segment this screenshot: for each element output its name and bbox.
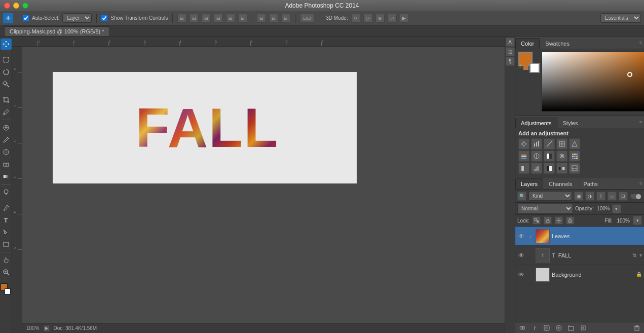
color-gradient[interactable] — [542, 52, 644, 112]
brush-tool[interactable] — [1, 134, 12, 145]
3d-slide-icon[interactable]: ⇄ — [388, 14, 397, 23]
brightness-adj-icon[interactable] — [518, 138, 529, 150]
3d-rotate-icon[interactable]: ⟳ — [351, 14, 360, 23]
pen-tool[interactable] — [1, 202, 12, 213]
vibrance-adj-icon[interactable] — [569, 138, 580, 150]
layers-search-icon[interactable]: 🔍 — [517, 192, 526, 201]
magic-wand-tool[interactable] — [1, 79, 12, 90]
threshold-adj-icon[interactable] — [544, 163, 555, 174]
curves-adj-icon[interactable] — [544, 138, 555, 150]
adjustments-tab[interactable]: Adjustments — [515, 118, 557, 128]
hsl-adj-icon[interactable] — [518, 151, 529, 162]
layers-tab[interactable]: Layers — [515, 178, 543, 189]
opacity-dropdown-btn[interactable]: ▾ — [612, 204, 621, 213]
color-panel-expand[interactable]: ≡ — [639, 40, 642, 45]
shape-tool[interactable] — [1, 239, 12, 250]
color-gradient-area[interactable] — [542, 52, 644, 113]
color-tab[interactable]: Color — [515, 38, 540, 49]
layer-visibility-fall[interactable]: 👁 — [517, 251, 525, 260]
auto-select-checkbox[interactable] — [23, 15, 29, 21]
layers-filter-shape-icon[interactable]: ▭ — [608, 192, 617, 201]
eraser-tool[interactable] — [1, 159, 12, 170]
transform-checkbox[interactable] — [101, 15, 107, 21]
layers-filter-adj-icon[interactable]: ◑ — [585, 192, 594, 201]
dodge-tool[interactable] — [1, 187, 12, 198]
link-layers-btn[interactable] — [518, 324, 526, 332]
window-controls[interactable] — [4, 3, 28, 9]
colorbalance-adj-icon[interactable] — [531, 151, 542, 162]
selective-adj-icon[interactable] — [569, 163, 580, 174]
layers-filter-pixel-icon[interactable]: ▣ — [574, 192, 583, 201]
layer-row-leaves[interactable]: 👁 ↓ Leaves — [515, 227, 644, 246]
layer-row-background[interactable]: 👁 Background 🔒 — [515, 265, 644, 284]
photofilter-adj-icon[interactable] — [556, 151, 567, 162]
delete-layer-btn[interactable] — [633, 324, 641, 332]
layers-panel-expand[interactable]: ≡ — [639, 181, 642, 186]
status-arrow-btn[interactable]: ▶ — [44, 325, 50, 331]
workspace-select[interactable]: Essentials — [600, 13, 641, 23]
channels-tab[interactable]: Channels — [543, 178, 578, 189]
layer-fx-expand[interactable]: ▾ — [639, 252, 642, 258]
bw-adj-icon[interactable] — [544, 151, 555, 162]
close-button[interactable] — [4, 3, 10, 9]
layer-visibility-background[interactable]: 👁 — [517, 271, 525, 279]
crop-tool[interactable] — [1, 94, 12, 105]
zoom-tool[interactable] — [1, 267, 12, 278]
lasso-tool[interactable] — [1, 66, 12, 78]
move-tool[interactable] — [1, 39, 12, 50]
align-bottom-icon[interactable]: ⊟ — [202, 14, 211, 23]
align-right-icon[interactable]: ⊟ — [238, 14, 247, 23]
3d-roll-icon[interactable]: ◎ — [363, 14, 372, 23]
hand-tool[interactable] — [1, 254, 12, 266]
exposure-adj-icon[interactable] — [556, 138, 567, 150]
bg-swatch[interactable] — [529, 63, 540, 73]
create-group-btn[interactable] — [567, 324, 575, 332]
align-left-icon[interactable]: ⊟ — [214, 14, 223, 23]
color-swatches[interactable] — [1, 283, 12, 294]
posterize-adj-icon[interactable] — [531, 163, 542, 174]
lock-image-btn[interactable] — [544, 216, 552, 225]
minimize-button[interactable] — [13, 3, 19, 9]
fill-dropdown-btn[interactable]: ▾ — [633, 216, 642, 225]
3d-pan-icon[interactable]: ⊕ — [375, 14, 385, 23]
distribute-icon2[interactable]: ⊟ — [269, 14, 278, 23]
layer-row-fall[interactable]: 👁 T T FALL fx ▾ — [515, 246, 644, 265]
layers-kind-select[interactable]: Kind — [528, 191, 572, 201]
levels-adj-icon[interactable] — [531, 138, 542, 150]
channelmixer-adj-icon[interactable] — [569, 151, 580, 162]
create-layer-btn[interactable] — [579, 324, 587, 332]
marquee-tool[interactable] — [1, 54, 12, 65]
background-color[interactable] — [5, 288, 11, 294]
maximize-button[interactable] — [22, 3, 28, 9]
add-adjustment-btn[interactable] — [555, 324, 563, 332]
layers-filter-type-icon[interactable]: T — [596, 192, 605, 201]
text-tool[interactable]: T — [1, 214, 12, 226]
tool-icon[interactable]: ✛ — [3, 13, 13, 23]
adj-panel-expand[interactable]: ≡ — [639, 120, 642, 125]
align-vcenter-icon[interactable]: ⊟ — [190, 14, 199, 23]
distribute-icon3[interactable]: ⊟ — [281, 14, 290, 23]
blend-mode-select[interactable]: Normal Multiply Screen Overlay — [517, 204, 573, 213]
gradient-tool[interactable] — [1, 171, 12, 182]
arrange-icon[interactable]: ⊡⊡ — [300, 14, 314, 23]
mini-btn-2[interactable]: ⊡ — [506, 47, 515, 56]
styles-tab[interactable]: Styles — [557, 118, 584, 128]
lock-all-btn[interactable] — [566, 216, 574, 225]
swatches-tab[interactable]: Swatches — [540, 38, 575, 49]
clone-tool[interactable] — [1, 146, 12, 158]
mini-btn-3[interactable]: ¶ — [506, 57, 515, 66]
align-top-icon[interactable]: ⊟ — [177, 14, 186, 23]
paths-tab[interactable]: Paths — [578, 178, 603, 189]
document-tab[interactable]: Clipping-Mask.psd @ 100% (RGB/8) * — [4, 26, 110, 36]
add-mask-btn[interactable] — [543, 324, 551, 332]
color-cursor[interactable] — [627, 72, 632, 77]
invert-adj-icon[interactable] — [518, 163, 529, 174]
gradmap-adj-icon[interactable] — [556, 163, 567, 174]
layer-select[interactable]: Layer Group — [62, 13, 92, 23]
3d-scale-icon[interactable]: ▶ — [400, 14, 409, 23]
layers-filter-smart-icon[interactable]: ⊡ — [619, 192, 628, 201]
lock-transparent-btn[interactable] — [533, 216, 541, 225]
layers-filter-toggle[interactable] — [630, 193, 642, 199]
path-select-tool[interactable] — [1, 227, 12, 238]
heal-tool[interactable] — [1, 122, 12, 133]
